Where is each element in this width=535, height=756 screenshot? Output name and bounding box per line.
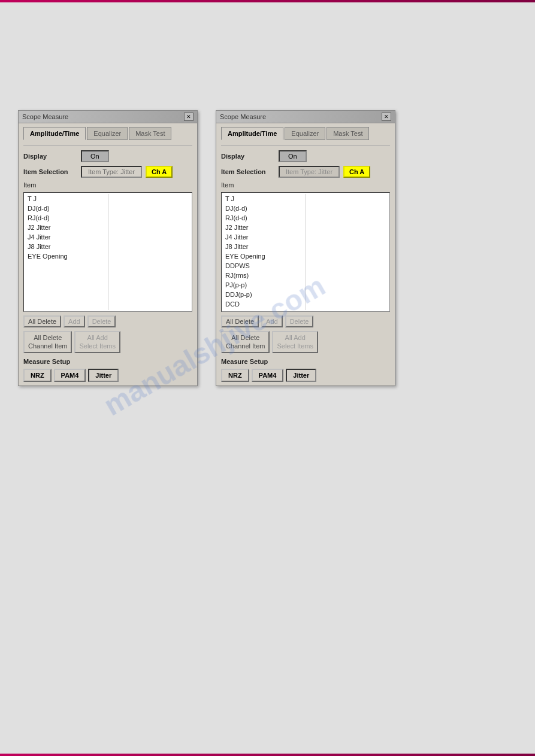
item-list-col1-1: T J DJ(d-d) RJ(d-d) J2 Jitter J4 Jitter … xyxy=(26,194,107,310)
display-on-button-2[interactable]: On xyxy=(279,150,307,162)
dialog-1-close-button[interactable]: ✕ xyxy=(184,113,194,121)
item-type-button-1[interactable]: Item Type: Jitter xyxy=(81,166,142,178)
list-item: DJ(d-d) xyxy=(224,204,304,213)
item-list-2: T J DJ(d-d) RJ(d-d) J2 Jitter J4 Jitter … xyxy=(221,192,390,312)
all-delete-channel-button-2[interactable]: All Delete Channel Item xyxy=(221,331,270,353)
dialog-2-body: Amplitude/Time Equalizer Mask Test Displ… xyxy=(216,123,395,385)
all-delete-channel-button-1[interactable]: All Delete Channel Item xyxy=(23,331,72,353)
item-type-button-2[interactable]: Item Type: Jitter xyxy=(279,166,340,178)
measure-setup-label-2: Measure Setup xyxy=(221,358,390,365)
separator-1 xyxy=(23,145,192,146)
pam4-button-1[interactable]: PAM4 xyxy=(54,369,86,382)
tab-amplitude-time-1[interactable]: Amplitude/Time xyxy=(23,127,86,140)
dialog-1-tabs: Amplitude/Time Equalizer Mask Test xyxy=(23,127,192,140)
list-divider-2 xyxy=(306,194,306,310)
item-list-1: T J DJ(d-d) RJ(d-d) J2 Jitter J4 Jitter … xyxy=(23,192,192,312)
tab-amplitude-time-2[interactable]: Amplitude/Time xyxy=(221,127,283,140)
list-item: EYE Opening xyxy=(26,251,107,261)
dialog-2: Scope Measure ✕ Amplitude/Time Equalizer… xyxy=(216,110,395,386)
action-buttons-row-2: All Delete Add Delete xyxy=(221,315,390,327)
list-item: RJ(d-d) xyxy=(224,213,304,223)
content-area: Scope Measure ✕ Amplitude/Time Equalizer… xyxy=(0,2,535,754)
tab-equalizer-2[interactable]: Equalizer xyxy=(285,127,325,140)
tab-equalizer-1[interactable]: Equalizer xyxy=(87,127,128,140)
list-item: RJ(rms) xyxy=(224,271,304,280)
list-item: J2 Jitter xyxy=(224,223,304,232)
item-selection-label-2: Item Selection xyxy=(221,168,275,175)
all-add-select-button-1[interactable]: All Add Select Items xyxy=(74,331,120,353)
bottom-bar xyxy=(0,754,535,756)
dialog-1-body: Amplitude/Time Equalizer Mask Test Displ… xyxy=(19,123,197,385)
display-label-1: Display xyxy=(23,153,77,160)
list-item: J4 Jitter xyxy=(224,232,304,242)
dialogs-row: Scope Measure ✕ Amplitude/Time Equalizer… xyxy=(18,110,395,386)
item-selection-row-2: Item Selection Item Type: Jitter Ch A xyxy=(221,166,390,178)
display-label-2: Display xyxy=(221,153,275,160)
list-item: EYE Opening xyxy=(224,251,304,261)
action-buttons-row2-1: All Delete Channel Item All Add Select I… xyxy=(23,331,192,353)
delete-button-1[interactable]: Delete xyxy=(87,315,116,327)
dialog-1-titlebar: Scope Measure ✕ xyxy=(19,111,197,123)
list-item: DJ(d-d) xyxy=(26,204,107,213)
item-list-col2-2 xyxy=(307,194,388,310)
tab-mask-test-1[interactable]: Mask Test xyxy=(129,127,171,140)
dialog-2-close-button[interactable]: ✕ xyxy=(382,113,391,121)
jitter-button-2[interactable]: Jitter xyxy=(286,369,316,382)
list-item: J8 Jitter xyxy=(224,242,304,251)
list-item: T J xyxy=(224,194,304,204)
list-item: DDJ(p-p) xyxy=(224,290,304,299)
all-add-select-items-button-2[interactable]: All Add Select Items xyxy=(272,331,318,353)
item-list-col1-2: T J DJ(d-d) RJ(d-d) J2 Jitter J4 Jitter … xyxy=(224,194,304,310)
nrz-button-2[interactable]: NRZ xyxy=(221,369,249,382)
jitter-button-1[interactable]: Jitter xyxy=(88,369,119,382)
measure-setup-label-1: Measure Setup xyxy=(23,358,192,365)
add-button-2[interactable]: Add xyxy=(261,315,283,327)
item-selection-label-1: Item Selection xyxy=(23,168,77,175)
dialog-1-title: Scope Measure xyxy=(22,113,68,120)
action-buttons-row2-2: All Delete Channel Item All Add Select I… xyxy=(221,331,390,353)
list-divider-1 xyxy=(108,194,108,310)
tab-mask-test-2[interactable]: Mask Test xyxy=(327,127,369,140)
measure-row-1: NRZ PAM4 Jitter xyxy=(23,369,192,382)
dialog-2-title: Scope Measure xyxy=(220,113,266,120)
dialog-2-titlebar: Scope Measure ✕ xyxy=(216,111,395,123)
action-buttons-row-1: All Delete Add Delete xyxy=(23,315,192,327)
display-row-2: Display On xyxy=(221,150,390,162)
page: Scope Measure ✕ Amplitude/Time Equalizer… xyxy=(0,0,535,756)
item-list-col2-1 xyxy=(110,194,190,310)
item-selection-row-1: Item Selection Item Type: Jitter Ch A xyxy=(23,166,192,178)
delete-button-2[interactable]: Delete xyxy=(285,315,314,327)
nrz-button-1[interactable]: NRZ xyxy=(23,369,52,382)
add-button-1[interactable]: Add xyxy=(64,315,85,327)
list-item: J8 Jitter xyxy=(26,242,107,251)
list-item: J4 Jitter xyxy=(26,232,107,242)
display-on-button-1[interactable]: On xyxy=(81,150,109,162)
measure-row-2: NRZ PAM4 Jitter xyxy=(221,369,390,382)
list-item: PJ(p-p) xyxy=(224,280,304,290)
list-item: DCD xyxy=(224,299,304,309)
all-delete-button-1[interactable]: All Delete xyxy=(23,315,61,327)
list-item: T J xyxy=(26,194,107,204)
display-row-1: Display On xyxy=(23,150,192,162)
separator-2 xyxy=(221,145,390,146)
list-item: RJ(d-d) xyxy=(26,213,107,223)
item-list-label-2: Item xyxy=(221,181,390,189)
pam4-button-2[interactable]: PAM4 xyxy=(252,369,284,382)
ch-button-2[interactable]: Ch A xyxy=(343,166,370,178)
list-item: J2 Jitter xyxy=(26,223,107,232)
dialog-2-tabs: Amplitude/Time Equalizer Mask Test xyxy=(221,127,390,140)
list-item: ISI(p-p) xyxy=(224,309,304,312)
item-list-label-1: Item xyxy=(23,181,192,189)
all-delete-button-2[interactable]: All Delete xyxy=(221,315,259,327)
list-item: DDPWS xyxy=(224,261,304,271)
dialog-1: Scope Measure ✕ Amplitude/Time Equalizer… xyxy=(18,110,198,386)
ch-button-1[interactable]: Ch A xyxy=(146,166,173,178)
